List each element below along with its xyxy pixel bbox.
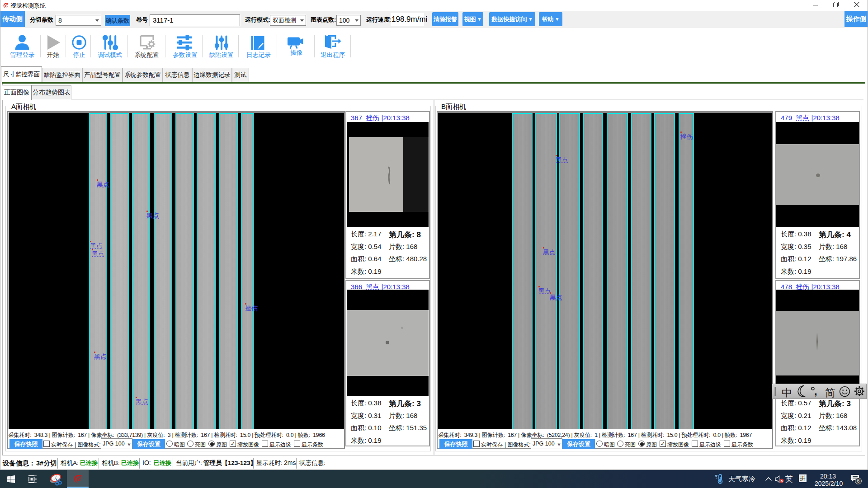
svg-text:,: ,	[814, 386, 817, 397]
